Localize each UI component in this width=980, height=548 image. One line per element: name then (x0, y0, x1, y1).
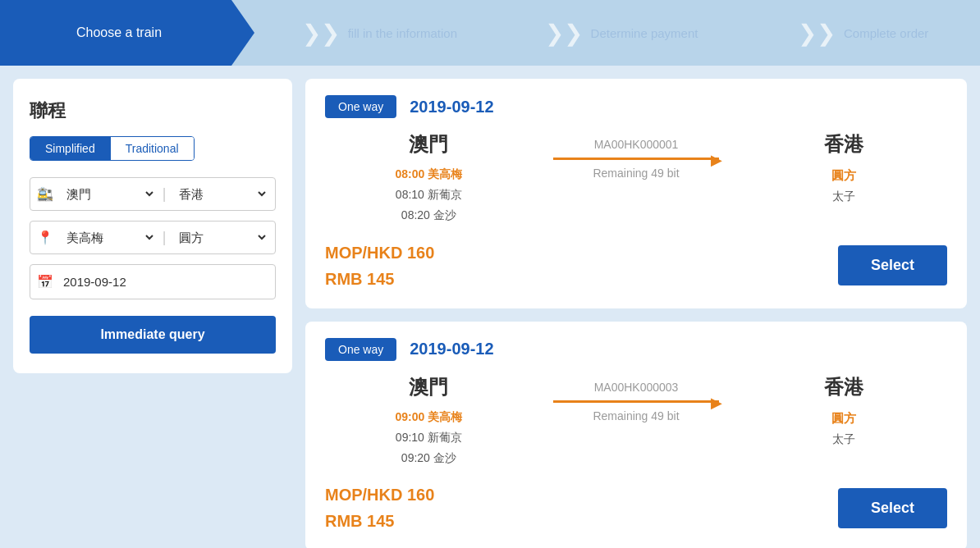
step-payment: ❯❯ Determine payment (497, 0, 739, 66)
time-3-2: 09:20 金沙 (325, 448, 533, 468)
remaining-1: Remaining 49 bit (533, 167, 740, 180)
traditional-btn[interactable]: Traditional (110, 137, 194, 160)
card-2-date: 2019-09-12 (410, 340, 493, 358)
time-3-1: 08:20 金沙 (325, 205, 533, 226)
from-select[interactable]: 澳門 (60, 181, 156, 207)
step-complete: ❯❯ Complete order (738, 0, 980, 66)
progress-bar: Choose a train ❯❯ fill in the informatio… (0, 0, 980, 66)
card-1-body: 澳門 08:00 美高梅 08:10 新葡京 08:20 金沙 MA00HK00… (325, 131, 947, 226)
card-2-footer: MOP/HKD 160 RMB 145 Select (325, 482, 947, 534)
time-list-2: 09:00 美高梅 09:10 新葡京 09:20 金沙 (325, 407, 533, 469)
dest-city-2: 香港 (740, 374, 947, 400)
left-panel: 聯程 Simplified Traditional 🚉 澳門 | 香港 📍 美高… (13, 79, 292, 373)
step-payment-label: Determine payment (591, 26, 698, 40)
location-icon: 📍 (37, 230, 53, 245)
panel-title: 聯程 (30, 98, 276, 123)
route-icon: 🚉 (37, 186, 53, 202)
step-info-label: fill in the information (348, 26, 457, 40)
date-input[interactable] (60, 268, 268, 295)
card-2-header: One way 2019-09-12 (325, 338, 947, 361)
dest-stop1-1: 圓方 (740, 164, 947, 186)
card-1-date: 2019-09-12 (410, 98, 493, 116)
route-info-2: MA00HK000003 ▶ Remaining 49 bit (533, 374, 740, 422)
destination-select[interactable]: 圓方 (172, 225, 268, 250)
dest-info-1: 香港 圓方 太子 (740, 131, 947, 207)
remaining-2: Remaining 49 bit (533, 409, 740, 422)
price1-2: MOP/HKD 160 (325, 482, 434, 508)
dest-city-1: 香港 (740, 131, 947, 158)
to-select[interactable]: 香港 (172, 181, 268, 207)
card-1-header: One way 2019-09-12 (325, 95, 947, 118)
query-button[interactable]: Immediate query (30, 316, 276, 354)
boarding-divider: | (163, 229, 167, 246)
step-info: ❯❯ fill in the information (254, 0, 497, 66)
route-divider: | (163, 185, 167, 203)
arrow-icon-2: ❯❯ (545, 20, 583, 47)
train-card-1: One way 2019-09-12 澳門 08:00 美高梅 08:10 新葡… (305, 79, 967, 308)
time-highlight-1: 08:00 美高梅 (395, 167, 462, 180)
step-choose-label: Choose a train (76, 25, 162, 40)
dest-info-2: 香港 圓方 太子 (740, 374, 947, 450)
price2-1: RMB 145 (325, 266, 434, 292)
select-button-2[interactable]: Select (838, 488, 947, 528)
time-highlight-2: 09:00 美高梅 (395, 410, 462, 423)
train-number-1: MA00HK000001 (533, 138, 740, 151)
price-info-2: MOP/HKD 160 RMB 145 (325, 482, 434, 534)
dest-stop1-2: 圓方 (740, 407, 947, 429)
price2-2: RMB 145 (325, 508, 434, 534)
dest-stop2-2: 太子 (740, 429, 947, 450)
card-1-footer: MOP/HKD 160 RMB 145 Select (325, 240, 947, 292)
select-button-1[interactable]: Select (838, 245, 947, 285)
arrow-icon-1: ❯❯ (302, 20, 340, 47)
price-info-1: MOP/HKD 160 RMB 145 (325, 240, 434, 292)
train-number-2: MA00HK000003 (533, 381, 740, 394)
main-content: 聯程 Simplified Traditional 🚉 澳門 | 香港 📍 美高… (0, 66, 980, 548)
from-station-2: 澳門 09:00 美高梅 09:10 新葡京 09:20 金沙 (325, 374, 533, 469)
lang-toggle: Simplified Traditional (30, 136, 195, 161)
time-2-2: 09:10 新葡京 (325, 427, 533, 448)
train-card-2: One way 2019-09-12 澳門 09:00 美高梅 09:10 新葡… (305, 322, 967, 548)
price1-1: MOP/HKD 160 (325, 240, 434, 266)
from-city-1: 澳門 (325, 131, 533, 158)
one-way-badge-1: One way (325, 95, 396, 118)
route-row: 🚉 澳門 | 香港 (30, 177, 276, 211)
time-2-1: 08:10 新葡京 (325, 185, 533, 205)
simplified-btn[interactable]: Simplified (30, 137, 110, 160)
boarding-select[interactable]: 美高梅 (60, 225, 156, 250)
one-way-badge-2: One way (325, 338, 396, 361)
right-panel: One way 2019-09-12 澳門 08:00 美高梅 08:10 新葡… (305, 79, 967, 548)
date-row: 📅 (30, 264, 276, 299)
dest-stop2-1: 太子 (740, 186, 947, 207)
route-info-1: MA00HK000001 ▶ Remaining 49 bit (533, 131, 740, 180)
step-choose: Choose a train (0, 0, 254, 66)
card-2-body: 澳門 09:00 美高梅 09:10 新葡京 09:20 金沙 MA00HK00… (325, 374, 947, 469)
arrow-icon-3: ❯❯ (798, 20, 836, 47)
time-list-1: 08:00 美高梅 08:10 新葡京 08:20 金沙 (325, 164, 533, 226)
from-station-1: 澳門 08:00 美高梅 08:10 新葡京 08:20 金沙 (325, 131, 533, 226)
step-complete-label: Complete order (844, 26, 928, 40)
from-city-2: 澳門 (325, 374, 533, 400)
calendar-icon: 📅 (37, 274, 53, 290)
boarding-row: 📍 美高梅 | 圓方 (30, 221, 276, 254)
